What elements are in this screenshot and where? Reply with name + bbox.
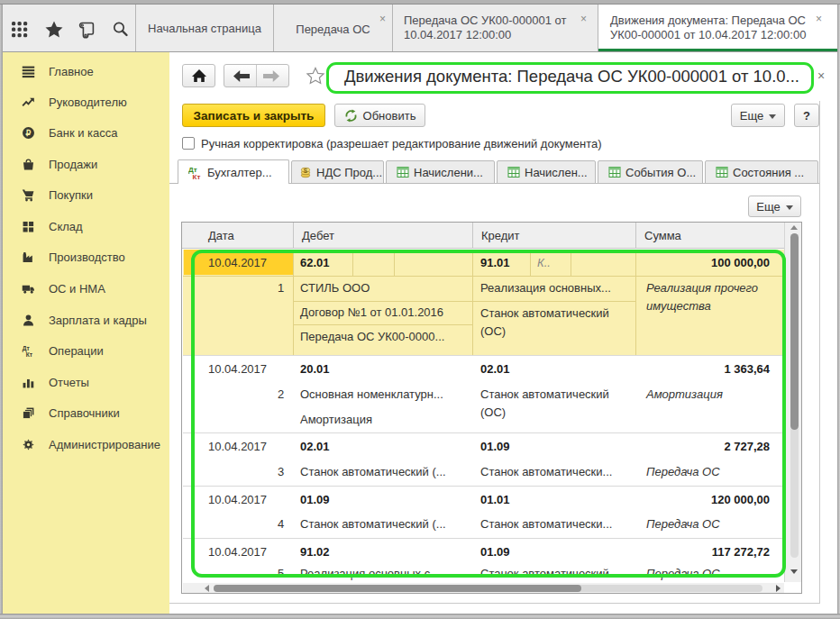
svg-text:S: S <box>304 168 308 174</box>
svg-text:₽: ₽ <box>26 128 32 137</box>
svg-text:Кт: Кт <box>193 173 201 180</box>
svg-text:Кт: Кт <box>26 350 33 357</box>
